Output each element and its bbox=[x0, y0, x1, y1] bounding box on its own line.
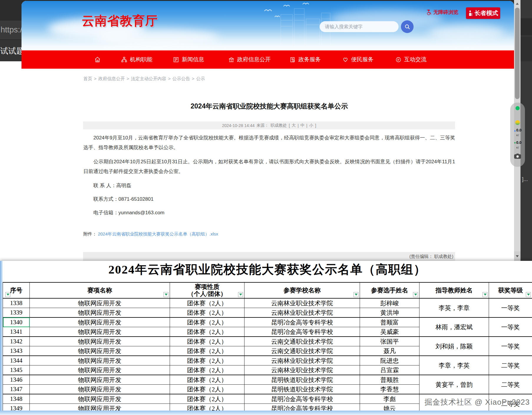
font-size-medium[interactable]: 中 bbox=[300, 123, 305, 128]
filter-dropdown-button[interactable] bbox=[238, 292, 243, 297]
cell-award[interactable]: 一等奖 bbox=[489, 317, 532, 337]
right-rail-ellipsis[interactable]: ]... bbox=[522, 176, 528, 182]
cell-type[interactable]: 团体赛（2人） bbox=[170, 394, 244, 404]
cell-type[interactable]: 团体赛（2人） bbox=[170, 298, 244, 308]
cell-player[interactable]: 吕宣霖 bbox=[360, 365, 419, 375]
filter-dropdown-button[interactable] bbox=[163, 292, 168, 297]
cell-event[interactable]: 物联网应用开发 bbox=[30, 317, 170, 327]
breadcrumb-gov-info[interactable]: 政府信息公开 bbox=[98, 76, 125, 81]
cell-no[interactable]: 1343 bbox=[3, 346, 30, 356]
cell-school[interactable]: 昆明冶金高等专科学校 bbox=[244, 327, 360, 337]
nav-item-news[interactable]: 新闻信息 bbox=[173, 50, 204, 69]
filter-dropdown-button[interactable] bbox=[483, 292, 488, 297]
cell-event[interactable]: 物联网应用开发 bbox=[30, 308, 170, 318]
cell-no[interactable]: 1338 bbox=[3, 298, 30, 308]
cell-no[interactable]: 1345 bbox=[3, 365, 30, 375]
cell-school[interactable]: 昆明冶金高等专科学校 bbox=[244, 317, 360, 327]
nav-home[interactable] bbox=[94, 50, 101, 69]
cell-teachers[interactable]: 刘和娟，陈颖 bbox=[419, 337, 489, 356]
cell-type[interactable]: 团体赛（2人） bbox=[170, 404, 244, 411]
nav-item-convenience[interactable]: 便民服务 bbox=[342, 50, 374, 69]
cell-no[interactable]: 1344 bbox=[3, 356, 30, 365]
cell-school[interactable]: 云南交通职业技术学院 bbox=[244, 337, 360, 346]
breadcrumb-notices[interactable]: 公示公告 bbox=[172, 76, 190, 81]
cell-school[interactable]: 云南林业职业技术学院 bbox=[244, 365, 360, 375]
address-bar[interactable]: https:/ bbox=[0, 21, 22, 40]
cell-type[interactable]: 团体赛（2人） bbox=[170, 375, 244, 385]
cell-no[interactable]: 1340 bbox=[3, 317, 30, 327]
filter-dropdown-button[interactable] bbox=[526, 292, 531, 297]
accessibility-link[interactable]: 无障碍浏览 bbox=[426, 9, 458, 16]
filter-dropdown-button[interactable] bbox=[5, 292, 10, 297]
breadcrumb-current[interactable]: 公示 bbox=[196, 76, 205, 81]
font-size-small[interactable]: 小 bbox=[309, 123, 313, 128]
cell-player[interactable]: 彭梓峻 bbox=[360, 298, 419, 308]
cell-award[interactable]: 二等奖 bbox=[489, 356, 532, 375]
cell-event[interactable]: 物联网应用开发 bbox=[30, 298, 170, 308]
scroll-down-arrow[interactable] bbox=[514, 251, 521, 261]
cell-player[interactable]: 姚云 bbox=[360, 404, 419, 411]
cell-event[interactable]: 物联网应用开发 bbox=[30, 327, 170, 337]
cell-type[interactable]: 团体赛（2人） bbox=[170, 337, 244, 346]
cell-school[interactable]: 昆明冶金高等专科学校 bbox=[244, 394, 360, 404]
cell-no[interactable]: 1341 bbox=[3, 327, 30, 337]
cell-teachers[interactable]: 黄宴平，曾韵 bbox=[419, 375, 489, 394]
cell-no[interactable]: 1346 bbox=[3, 375, 30, 385]
cell-type[interactable]: 团体赛（2人） bbox=[170, 356, 244, 365]
cell-event[interactable]: 物联网应用开发 bbox=[30, 394, 170, 404]
cell-player[interactable]: 普顺富 bbox=[360, 317, 419, 327]
cell-teachers[interactable]: 李章，李英 bbox=[419, 356, 489, 375]
cell-player[interactable]: 吴威豪 bbox=[360, 327, 419, 337]
cell-no[interactable]: 1348 bbox=[3, 394, 30, 404]
cell-player[interactable]: 阮进忠 bbox=[360, 356, 419, 365]
cell-player[interactable]: 黄洪坤 bbox=[360, 308, 419, 318]
search-input[interactable] bbox=[324, 24, 393, 30]
nav-item-gov-info[interactable]: 政府信息公开 bbox=[228, 50, 271, 69]
cell-school[interactable]: 昆明铁道职业技术学院 bbox=[244, 375, 360, 385]
cell-player[interactable]: 张国平 bbox=[360, 337, 419, 346]
scrollbar-thumb[interactable] bbox=[515, 8, 520, 99]
cell-award[interactable]: 一等奖 bbox=[489, 337, 532, 356]
cell-event[interactable]: 物联网应用开发 bbox=[30, 365, 170, 375]
cell-school[interactable]: 昆明铁道职业技术学院 bbox=[244, 385, 360, 394]
cell-teachers[interactable]: 林雨，潘宏斌 bbox=[419, 317, 489, 337]
cell-type[interactable]: 团体赛（2人） bbox=[170, 327, 244, 337]
cell-player[interactable]: 李香慧 bbox=[360, 385, 419, 394]
elder-mode-button[interactable]: 长者模式 bbox=[466, 7, 500, 19]
cell-type[interactable]: 团体赛（2人） bbox=[170, 317, 244, 327]
camera-button[interactable] bbox=[514, 153, 521, 159]
cell-no[interactable]: 1342 bbox=[3, 337, 30, 346]
cell-award[interactable]: 一等奖 bbox=[489, 298, 532, 317]
cell-type[interactable]: 团体赛（2人） bbox=[170, 308, 244, 318]
cell-player[interactable]: 聂凡 bbox=[360, 346, 419, 356]
cell-event[interactable]: 物联网应用开发 bbox=[30, 375, 170, 385]
bookmark-item[interactable]: 试试题 bbox=[0, 40, 22, 61]
scroll-up-arrow[interactable] bbox=[514, 1, 521, 6]
cell-school[interactable]: 云南林业职业技术学院 bbox=[244, 356, 360, 365]
cell-type[interactable]: 团体赛（2人） bbox=[170, 346, 244, 356]
attachment-link[interactable]: 2024年云南省职业院校技能大赛获奖公示名单（高职组）.xlsx bbox=[98, 231, 218, 236]
cell-teachers[interactable]: 李英，李章 bbox=[419, 298, 489, 317]
breadcrumb-home[interactable]: 首页 bbox=[83, 76, 92, 81]
cell-player[interactable]: 李彪 bbox=[360, 394, 419, 404]
cell-school[interactable]: 昆明冶金高等专科学校 bbox=[244, 404, 360, 411]
cell-type[interactable]: 团体赛（2人） bbox=[170, 365, 244, 375]
nav-item-interaction[interactable]: 互动交流 bbox=[395, 50, 427, 69]
cell-type[interactable]: 团体赛（2人） bbox=[170, 385, 244, 394]
breadcrumb-statutory[interactable]: 法定主动公开内容 bbox=[131, 76, 166, 81]
cell-award[interactable]: 二等奖 bbox=[489, 375, 532, 394]
nav-item-orgs[interactable]: 机构职能 bbox=[121, 50, 152, 69]
cell-event[interactable]: 物联网应用开发 bbox=[30, 404, 170, 411]
cell-event[interactable]: 物联网应用开发 bbox=[30, 346, 170, 356]
cell-school[interactable]: 云南林业职业技术学院 bbox=[244, 298, 360, 308]
nav-item-services[interactable]: 政务服务 bbox=[290, 50, 321, 69]
filter-dropdown-button[interactable] bbox=[353, 292, 358, 297]
cell-no[interactable]: 1347 bbox=[3, 385, 30, 394]
cell-player[interactable]: 普顺胜 bbox=[360, 375, 419, 385]
cell-school[interactable]: 云南交通职业技术学院 bbox=[244, 346, 360, 356]
cell-no[interactable]: 1339 bbox=[3, 308, 30, 318]
cell-school[interactable]: 云南林业职业技术学院 bbox=[244, 308, 360, 318]
font-size-large[interactable]: 大 bbox=[292, 123, 296, 128]
cell-no[interactable]: 1349 bbox=[3, 404, 30, 411]
filter-dropdown-button[interactable] bbox=[413, 292, 418, 297]
